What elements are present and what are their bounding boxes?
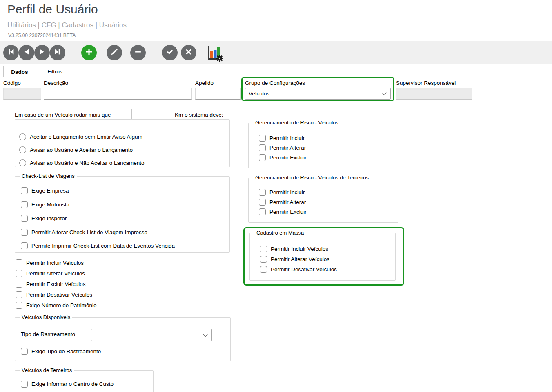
- checkbox-row-risco-alterar[interactable]: Permitir Alterar: [259, 144, 306, 151]
- checkbox-label: Permitir Alterar: [269, 145, 306, 151]
- codigo-label: Código: [3, 80, 21, 86]
- risco-veiculos-legend: Gerenciamento de Risco - Veículos: [253, 120, 341, 126]
- risco-terceiros-legend: Gerenciamento de Risco - Veículos de Ter…: [253, 175, 371, 181]
- radio-label: Aceitar o Lançamento sem Emitir Aviso Al…: [30, 134, 142, 140]
- checkbox-exige-motorista[interactable]: [21, 201, 28, 208]
- chart-settings-button[interactable]: [205, 44, 224, 62]
- radio-label: Avisar ao Usuário e Não Aceitar o Lançam…: [30, 160, 144, 166]
- checkbox-desativar-veiculos[interactable]: [16, 291, 22, 298]
- checkbox-centro-custo[interactable]: [21, 381, 28, 388]
- checkbox-risco-terceiros-incluir[interactable]: [259, 189, 266, 196]
- chevron-down-icon: [203, 332, 208, 338]
- checkbox-label: Permitir Alterar Veículos: [26, 270, 85, 277]
- checkbox-massa-incluir[interactable]: [260, 246, 267, 252]
- grupo-configuracoes-select[interactable]: Veículos: [245, 88, 391, 100]
- checkbox-row-incluir-veiculos[interactable]: Permitir Incluir Veículos: [16, 259, 84, 266]
- apelido-label: Apelido: [195, 80, 214, 86]
- checkbox-label: Permitir Alterar Check-List de Viagem Im…: [31, 229, 147, 235]
- checkbox-row-risco-terceiros-alterar[interactable]: Permitir Alterar: [259, 199, 306, 206]
- grupo-configuracoes-value: Veículos: [249, 91, 269, 97]
- supervisor-field: [396, 88, 472, 100]
- checkbox-row-risco-excluir[interactable]: Permitir Excluir: [259, 154, 307, 161]
- checkbox-massa-alterar[interactable]: [260, 256, 267, 263]
- checkbox-row-risco-incluir[interactable]: Permitir Incluir: [259, 135, 305, 142]
- checkbox-row-imprimir-checklist[interactable]: Permite Imprimir Check-List com Data de …: [21, 242, 175, 249]
- cadastro-massa-legend: Cadastro em Massa: [254, 230, 306, 236]
- apelido-field[interactable]: [195, 88, 241, 100]
- radio-avisar-aceitar[interactable]: [19, 146, 26, 153]
- checkbox-row-massa-alterar[interactable]: Permitir Alterar Veículos: [260, 256, 329, 263]
- checkbox-risco-terceiros-excluir[interactable]: [259, 208, 266, 215]
- checkbox-row-centro-custo[interactable]: Exige Informar o Centro de Custo: [21, 381, 114, 388]
- last-record-button[interactable]: [50, 45, 65, 60]
- tipo-rastreamento-select[interactable]: [91, 329, 212, 341]
- km-rule-prefix: Em caso de um Veículo rodar mais que: [15, 112, 111, 118]
- edit-button[interactable]: [107, 45, 122, 60]
- grupo-configuracoes-label: Grupo de Configurações: [245, 80, 305, 86]
- last-record-icon: [53, 47, 62, 58]
- checkbox-row-alterar-checklist[interactable]: Permitir Alterar Check-List de Viagem Im…: [21, 229, 147, 236]
- first-record-button[interactable]: [3, 45, 19, 60]
- cancel-icon: [184, 47, 193, 58]
- tab-dados[interactable]: Dados: [3, 66, 36, 77]
- checkbox-massa-desativar[interactable]: [260, 266, 267, 273]
- checkbox-row-exige-rastreamento[interactable]: Exige Tipo de Rastreamento: [21, 348, 101, 355]
- toolbar: [0, 41, 552, 64]
- tab-filtros-label: Filtros: [47, 69, 62, 75]
- checkbox-row-excluir-veiculos[interactable]: Permitir Excluir Veículos: [16, 281, 86, 288]
- checkbox-label: Exige Informar o Centro de Custo: [31, 381, 114, 387]
- checkbox-row-exige-motorista[interactable]: Exige Motorista: [21, 201, 69, 208]
- checkbox-risco-alterar[interactable]: [259, 144, 266, 151]
- next-record-icon: [38, 47, 47, 58]
- checkbox-incluir-veiculos[interactable]: [16, 259, 22, 266]
- next-record-button[interactable]: [34, 45, 50, 60]
- checkbox-row-risco-terceiros-excluir[interactable]: Permitir Excluir: [259, 208, 307, 215]
- checkbox-row-exige-patrimonio[interactable]: Exige Número de Patrimônio: [16, 302, 97, 309]
- checkbox-row-desativar-veiculos[interactable]: Permitir Desativar Veículos: [16, 291, 92, 298]
- remove-button[interactable]: [130, 45, 146, 60]
- edit-icon: [110, 47, 119, 58]
- checkbox-row-exige-inspetor[interactable]: Exige Inspetor: [21, 215, 67, 222]
- previous-record-icon: [22, 47, 31, 58]
- checkbox-row-alterar-veiculos[interactable]: Permitir Alterar Veículos: [16, 270, 85, 277]
- checkbox-exige-empresa[interactable]: [21, 187, 28, 194]
- radio-row-avisar-nao-aceitar[interactable]: Avisar ao Usuário e Não Aceitar o Lançam…: [19, 159, 144, 166]
- km-rule-suffix: Km o sistema deve:: [175, 112, 223, 118]
- checkbox-risco-excluir[interactable]: [259, 154, 266, 161]
- checkbox-excluir-veiculos[interactable]: [16, 281, 22, 288]
- checkbox-imprimir-checklist[interactable]: [21, 242, 28, 249]
- radio-aceitar-lancamento[interactable]: [19, 133, 26, 140]
- checkbox-exige-rastreamento[interactable]: [21, 348, 28, 355]
- radio-row-avisar-aceitar[interactable]: Avisar ao Usuário e Aceitar o Lançamento: [19, 146, 133, 153]
- confirm-button[interactable]: [162, 45, 178, 60]
- cancel-button[interactable]: [181, 45, 196, 60]
- checkbox-label: Permitir Desativar Veículos: [271, 266, 337, 272]
- supervisor-label: Supervisor Responsável: [396, 80, 456, 86]
- checklist-viagens-groupbox: Check-List de Viagens Exige Empresa Exig…: [15, 176, 230, 253]
- checkbox-risco-terceiros-alterar[interactable]: [259, 199, 266, 206]
- checkbox-row-massa-desativar[interactable]: Permitir Desativar Veículos: [260, 266, 337, 273]
- previous-record-button[interactable]: [19, 45, 34, 60]
- add-button[interactable]: [81, 45, 97, 60]
- checkbox-label: Permitir Excluir Veículos: [26, 281, 86, 287]
- first-record-icon: [7, 47, 16, 58]
- checkbox-label: Permite Imprimir Check-List com Data de …: [31, 243, 175, 249]
- tab-filtros[interactable]: Filtros: [37, 66, 73, 77]
- km-threshold-field[interactable]: [131, 109, 171, 120]
- veiculos-disponiveis-legend: Veículos Disponiveis: [20, 314, 72, 320]
- checkbox-row-risco-terceiros-incluir[interactable]: Permitir Incluir: [259, 189, 305, 196]
- version-label: V3.25.00 230720241431 BETA: [8, 33, 76, 38]
- radio-avisar-nao-aceitar[interactable]: [19, 159, 26, 166]
- checkbox-row-massa-incluir[interactable]: Permitir Incluir Veículos: [260, 246, 328, 252]
- checkbox-risco-incluir[interactable]: [259, 135, 266, 142]
- checkbox-alterar-checklist[interactable]: [21, 229, 28, 236]
- descricao-field[interactable]: [44, 88, 192, 100]
- checklist-viagens-legend: Check-List de Viagens: [20, 173, 77, 179]
- checkbox-alterar-veiculos[interactable]: [16, 270, 22, 277]
- checkbox-exige-patrimonio[interactable]: [16, 302, 22, 309]
- radio-row-aceitar[interactable]: Aceitar o Lançamento sem Emitir Aviso Al…: [19, 133, 142, 140]
- checkbox-exige-inspetor[interactable]: [21, 215, 28, 222]
- checkbox-row-exige-empresa[interactable]: Exige Empresa: [21, 187, 69, 194]
- km-options-groupbox: Aceitar o Lançamento sem Emitir Aviso Al…: [15, 119, 230, 167]
- checkbox-label: Permitir Incluir: [269, 135, 305, 141]
